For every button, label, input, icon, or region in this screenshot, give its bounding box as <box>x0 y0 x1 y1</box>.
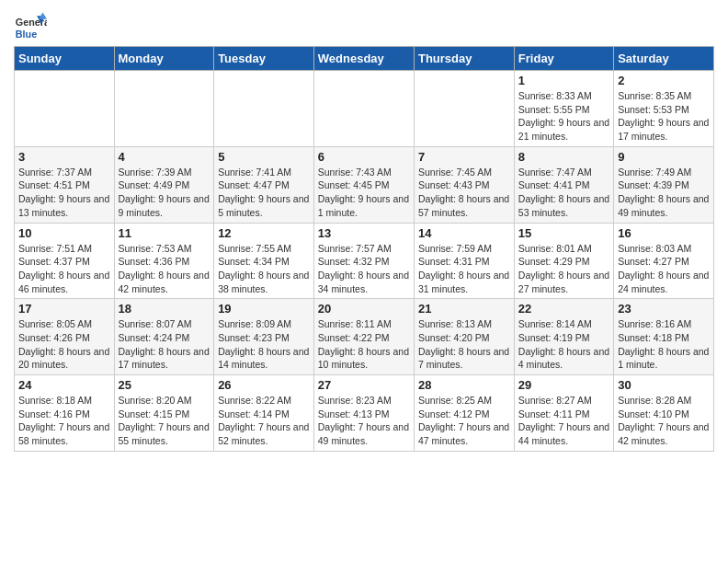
day-info: Sunrise: 8:33 AM Sunset: 5:55 PM Dayligh… <box>518 89 609 144</box>
day-number: 19 <box>218 302 310 316</box>
day-info: Sunrise: 8:14 AM Sunset: 4:19 PM Dayligh… <box>518 317 609 372</box>
day-number: 21 <box>418 302 510 316</box>
calendar-cell: 21Sunrise: 8:13 AM Sunset: 4:20 PM Dayli… <box>414 299 514 375</box>
day-number: 17 <box>18 302 110 316</box>
logo: General Blue <box>14 9 51 42</box>
day-number: 9 <box>618 150 710 164</box>
day-info: Sunrise: 8:28 AM Sunset: 4:10 PM Dayligh… <box>618 394 710 448</box>
day-number: 11 <box>119 226 210 240</box>
logo-icon: General Blue <box>14 9 47 42</box>
day-number: 2 <box>618 74 710 87</box>
weekday-header-tuesday: Tuesday <box>214 47 314 71</box>
day-info: Sunrise: 7:51 AM Sunset: 4:37 PM Dayligh… <box>18 242 110 296</box>
weekday-header-thursday: Thursday <box>414 47 514 71</box>
calendar-cell: 11Sunrise: 7:53 AM Sunset: 4:36 PM Dayli… <box>114 223 214 299</box>
day-number: 18 <box>119 302 210 316</box>
calendar-cell: 22Sunrise: 8:14 AM Sunset: 4:19 PM Dayli… <box>514 299 613 375</box>
calendar-cell: 10Sunrise: 7:51 AM Sunset: 4:37 PM Dayli… <box>15 223 115 299</box>
day-number: 27 <box>318 378 410 392</box>
day-info: Sunrise: 8:18 AM Sunset: 4:16 PM Dayligh… <box>18 394 110 448</box>
day-info: Sunrise: 8:11 AM Sunset: 4:22 PM Dayligh… <box>318 317 410 372</box>
weekday-header-friday: Friday <box>514 47 613 71</box>
day-info: Sunrise: 7:47 AM Sunset: 4:41 PM Dayligh… <box>518 166 609 220</box>
day-number: 26 <box>218 378 310 392</box>
day-info: Sunrise: 8:07 AM Sunset: 4:24 PM Dayligh… <box>119 317 210 372</box>
weekday-header-monday: Monday <box>114 47 214 71</box>
day-info: Sunrise: 8:25 AM Sunset: 4:12 PM Dayligh… <box>418 394 510 448</box>
day-number: 5 <box>218 150 310 164</box>
calendar-cell: 18Sunrise: 8:07 AM Sunset: 4:24 PM Dayli… <box>114 299 214 375</box>
day-info: Sunrise: 8:16 AM Sunset: 4:18 PM Dayligh… <box>618 317 710 372</box>
day-info: Sunrise: 8:23 AM Sunset: 4:13 PM Dayligh… <box>318 394 410 448</box>
day-info: Sunrise: 7:55 AM Sunset: 4:34 PM Dayligh… <box>218 242 310 296</box>
calendar-cell <box>313 71 414 147</box>
weekday-header-saturday: Saturday <box>614 47 714 71</box>
calendar-cell: 19Sunrise: 8:09 AM Sunset: 4:23 PM Dayli… <box>214 299 314 375</box>
calendar-cell: 2Sunrise: 8:35 AM Sunset: 5:53 PM Daylig… <box>614 71 714 147</box>
calendar-cell: 25Sunrise: 8:20 AM Sunset: 4:15 PM Dayli… <box>114 375 214 452</box>
calendar-week-3: 10Sunrise: 7:51 AM Sunset: 4:37 PM Dayli… <box>15 223 714 299</box>
day-info: Sunrise: 7:43 AM Sunset: 4:45 PM Dayligh… <box>318 166 410 220</box>
calendar-cell: 29Sunrise: 8:27 AM Sunset: 4:11 PM Dayli… <box>514 375 613 452</box>
calendar-header-row: SundayMondayTuesdayWednesdayThursdayFrid… <box>15 47 714 71</box>
day-info: Sunrise: 7:53 AM Sunset: 4:36 PM Dayligh… <box>119 242 210 296</box>
calendar-cell: 14Sunrise: 7:59 AM Sunset: 4:31 PM Dayli… <box>414 223 514 299</box>
day-number: 13 <box>318 226 410 240</box>
day-info: Sunrise: 7:59 AM Sunset: 4:31 PM Dayligh… <box>418 242 510 296</box>
day-info: Sunrise: 7:39 AM Sunset: 4:49 PM Dayligh… <box>119 166 210 220</box>
day-info: Sunrise: 8:05 AM Sunset: 4:26 PM Dayligh… <box>18 317 110 372</box>
calendar-cell: 3Sunrise: 7:37 AM Sunset: 4:51 PM Daylig… <box>15 146 115 223</box>
day-info: Sunrise: 8:22 AM Sunset: 4:14 PM Dayligh… <box>218 394 310 448</box>
calendar-cell <box>15 71 115 147</box>
day-info: Sunrise: 8:20 AM Sunset: 4:15 PM Dayligh… <box>119 394 210 448</box>
svg-text:Blue: Blue <box>16 29 37 40</box>
calendar-cell: 12Sunrise: 7:55 AM Sunset: 4:34 PM Dayli… <box>214 223 314 299</box>
day-number: 22 <box>518 302 609 316</box>
calendar-cell <box>114 71 214 147</box>
calendar-cell: 17Sunrise: 8:05 AM Sunset: 4:26 PM Dayli… <box>15 299 115 375</box>
calendar-cell <box>214 71 314 147</box>
day-number: 4 <box>119 150 210 164</box>
day-number: 8 <box>518 150 609 164</box>
calendar-cell <box>414 71 514 147</box>
calendar-cell: 15Sunrise: 8:01 AM Sunset: 4:29 PM Dayli… <box>514 223 613 299</box>
day-number: 20 <box>318 302 410 316</box>
day-number: 12 <box>218 226 310 240</box>
header: General Blue <box>14 9 714 42</box>
calendar-cell: 27Sunrise: 8:23 AM Sunset: 4:13 PM Dayli… <box>313 375 414 452</box>
calendar-cell: 20Sunrise: 8:11 AM Sunset: 4:22 PM Dayli… <box>313 299 414 375</box>
calendar-cell: 26Sunrise: 8:22 AM Sunset: 4:14 PM Dayli… <box>214 375 314 452</box>
day-info: Sunrise: 8:01 AM Sunset: 4:29 PM Dayligh… <box>518 242 609 296</box>
calendar-cell: 1Sunrise: 8:33 AM Sunset: 5:55 PM Daylig… <box>514 71 613 147</box>
day-number: 29 <box>518 378 609 392</box>
day-number: 24 <box>18 378 110 392</box>
calendar-cell: 8Sunrise: 7:47 AM Sunset: 4:41 PM Daylig… <box>514 146 613 223</box>
calendar-cell: 23Sunrise: 8:16 AM Sunset: 4:18 PM Dayli… <box>614 299 714 375</box>
calendar-cell: 24Sunrise: 8:18 AM Sunset: 4:16 PM Dayli… <box>15 375 115 452</box>
calendar-cell: 16Sunrise: 8:03 AM Sunset: 4:27 PM Dayli… <box>614 223 714 299</box>
day-info: Sunrise: 8:27 AM Sunset: 4:11 PM Dayligh… <box>518 394 609 448</box>
calendar-cell: 13Sunrise: 7:57 AM Sunset: 4:32 PM Dayli… <box>313 223 414 299</box>
day-number: 23 <box>618 302 710 316</box>
day-number: 3 <box>18 150 110 164</box>
calendar-cell: 4Sunrise: 7:39 AM Sunset: 4:49 PM Daylig… <box>114 146 214 223</box>
day-number: 30 <box>618 378 710 392</box>
day-info: Sunrise: 8:35 AM Sunset: 5:53 PM Dayligh… <box>618 89 710 144</box>
calendar-week-5: 24Sunrise: 8:18 AM Sunset: 4:16 PM Dayli… <box>15 375 714 452</box>
day-number: 25 <box>119 378 210 392</box>
calendar-cell: 30Sunrise: 8:28 AM Sunset: 4:10 PM Dayli… <box>614 375 714 452</box>
day-info: Sunrise: 8:13 AM Sunset: 4:20 PM Dayligh… <box>418 317 510 372</box>
day-info: Sunrise: 8:03 AM Sunset: 4:27 PM Dayligh… <box>618 242 710 296</box>
day-number: 14 <box>418 226 510 240</box>
weekday-header-sunday: Sunday <box>15 47 115 71</box>
calendar-cell: 6Sunrise: 7:43 AM Sunset: 4:45 PM Daylig… <box>313 146 414 223</box>
calendar-cell: 9Sunrise: 7:49 AM Sunset: 4:39 PM Daylig… <box>614 146 714 223</box>
day-info: Sunrise: 8:09 AM Sunset: 4:23 PM Dayligh… <box>218 317 310 372</box>
day-number: 1 <box>518 74 609 87</box>
day-number: 7 <box>418 150 510 164</box>
day-number: 6 <box>318 150 410 164</box>
day-number: 15 <box>518 226 609 240</box>
calendar-cell: 7Sunrise: 7:45 AM Sunset: 4:43 PM Daylig… <box>414 146 514 223</box>
day-info: Sunrise: 7:41 AM Sunset: 4:47 PM Dayligh… <box>218 166 310 220</box>
day-number: 16 <box>618 226 710 240</box>
